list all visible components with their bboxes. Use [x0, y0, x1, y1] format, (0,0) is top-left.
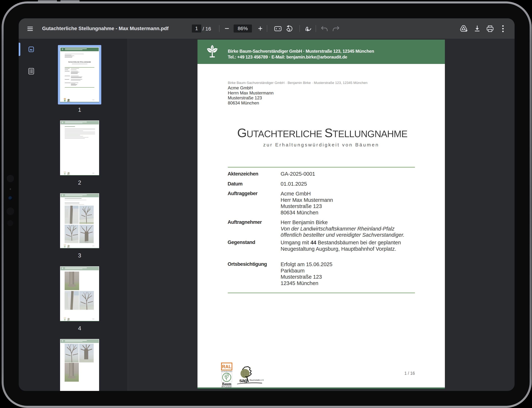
svg-text:RAL: RAL: [64, 98, 66, 99]
svg-text:Baumstatik e.V.: Baumstatik e.V.: [250, 379, 264, 381]
svg-text:RAL: RAL: [222, 364, 231, 369]
svg-text:Baum: Baum: [222, 382, 231, 386]
svg-text:sag: sag: [239, 378, 247, 383]
svg-text:GÜTEZEICHEN: GÜTEZEICHEN: [221, 371, 232, 372]
